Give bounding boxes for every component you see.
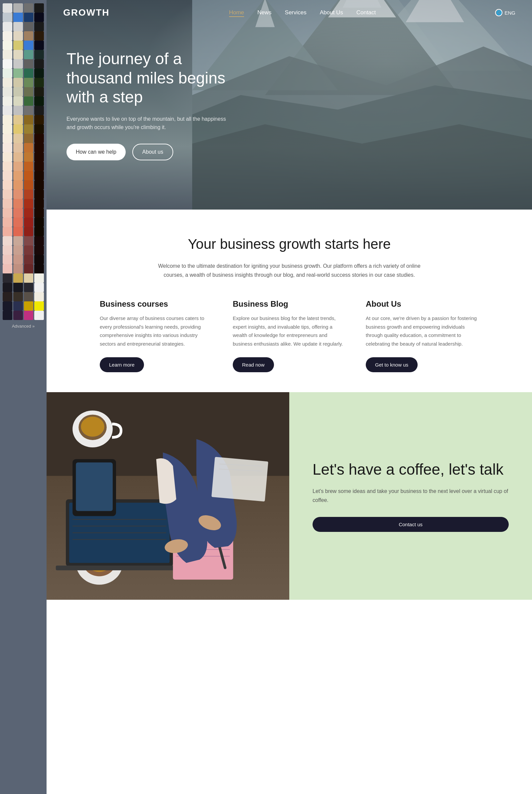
color-swatch[interactable]	[34, 292, 44, 301]
color-swatch[interactable]	[24, 3, 34, 13]
color-swatch[interactable]	[24, 50, 34, 59]
color-swatch[interactable]	[13, 245, 23, 255]
color-swatch[interactable]	[3, 292, 12, 301]
palette-row-21[interactable]	[3, 199, 44, 208]
color-swatch[interactable]	[24, 134, 34, 143]
card-button-2[interactable]: Get to know us	[366, 357, 418, 372]
contact-us-button[interactable]: Contact us	[312, 517, 509, 532]
color-swatch[interactable]	[13, 171, 23, 180]
palette-row-25[interactable]	[3, 236, 44, 245]
color-swatch[interactable]	[3, 50, 12, 59]
color-swatch[interactable]	[34, 87, 44, 96]
color-swatch[interactable]	[13, 41, 23, 50]
color-swatch[interactable]	[24, 162, 34, 171]
color-swatch[interactable]	[3, 236, 12, 245]
color-swatch[interactable]	[34, 69, 44, 78]
color-swatch[interactable]	[3, 96, 12, 106]
color-swatch[interactable]	[3, 143, 12, 152]
color-swatch[interactable]	[13, 143, 23, 152]
palette-row-2[interactable]	[3, 22, 44, 31]
color-swatch[interactable]	[3, 273, 12, 283]
color-swatch[interactable]	[24, 311, 34, 320]
palette-row-32[interactable]	[3, 301, 44, 311]
color-swatch[interactable]	[34, 106, 44, 115]
color-swatch[interactable]	[3, 171, 12, 180]
palette-row-0[interactable]	[3, 3, 44, 13]
color-swatch[interactable]	[13, 255, 23, 264]
color-swatch[interactable]	[24, 273, 34, 283]
color-swatch[interactable]	[34, 283, 44, 292]
color-swatch[interactable]	[13, 96, 23, 106]
color-swatch[interactable]	[34, 171, 44, 180]
color-swatch[interactable]	[13, 190, 23, 199]
palette-row-1[interactable]	[3, 13, 44, 22]
color-swatch[interactable]	[24, 208, 34, 218]
palette-row-15[interactable]	[3, 143, 44, 152]
palette-row-26[interactable]	[3, 245, 44, 255]
palette-row-3[interactable]	[3, 31, 44, 41]
color-swatch[interactable]	[34, 78, 44, 87]
color-swatch[interactable]	[24, 218, 34, 227]
color-swatch[interactable]	[3, 69, 12, 78]
palette-row-4[interactable]	[3, 41, 44, 50]
color-swatch[interactable]	[24, 171, 34, 180]
color-swatch[interactable]	[34, 115, 44, 125]
color-swatch[interactable]	[3, 180, 12, 190]
color-swatch[interactable]	[24, 31, 34, 41]
color-swatch[interactable]	[13, 180, 23, 190]
color-swatch[interactable]	[24, 227, 34, 236]
palette-row-10[interactable]	[3, 96, 44, 106]
palette-row-23[interactable]	[3, 218, 44, 227]
color-swatch[interactable]	[34, 41, 44, 50]
color-swatch[interactable]	[24, 301, 34, 311]
color-swatch[interactable]	[3, 283, 12, 292]
color-swatch[interactable]	[3, 255, 12, 264]
color-swatch[interactable]	[24, 236, 34, 245]
color-swatch[interactable]	[3, 3, 12, 13]
color-swatch[interactable]	[13, 13, 23, 22]
color-swatch[interactable]	[13, 292, 23, 301]
color-swatch[interactable]	[24, 69, 34, 78]
color-swatch[interactable]	[3, 152, 12, 162]
color-swatch[interactable]	[24, 283, 34, 292]
color-swatch[interactable]	[3, 78, 12, 87]
about-us-hero-button[interactable]: About us	[132, 144, 173, 160]
color-swatch[interactable]	[34, 59, 44, 69]
palette-row-18[interactable]	[3, 171, 44, 180]
color-swatch[interactable]	[3, 41, 12, 50]
color-swatch[interactable]	[34, 255, 44, 264]
color-swatch[interactable]	[34, 273, 44, 283]
color-swatch[interactable]	[13, 22, 23, 31]
color-swatch[interactable]	[34, 311, 44, 320]
palette-row-17[interactable]	[3, 162, 44, 171]
language-selector[interactable]: 🌐 ENG	[495, 9, 515, 16]
palette-row-7[interactable]	[3, 69, 44, 78]
color-swatch[interactable]	[3, 218, 12, 227]
nav-link-services[interactable]: Services	[285, 9, 307, 16]
palette-row-12[interactable]	[3, 115, 44, 125]
color-swatch[interactable]	[24, 199, 34, 208]
color-swatch[interactable]	[13, 227, 23, 236]
color-swatch[interactable]	[13, 301, 23, 311]
palette-row-5[interactable]	[3, 50, 44, 59]
color-swatch[interactable]	[24, 59, 34, 69]
color-swatch[interactable]	[34, 143, 44, 152]
card-button-1[interactable]: Read now	[233, 357, 274, 372]
color-swatch[interactable]	[3, 13, 12, 22]
color-swatch[interactable]	[13, 115, 23, 125]
color-swatch[interactable]	[34, 13, 44, 22]
color-swatch[interactable]	[13, 134, 23, 143]
color-swatch[interactable]	[13, 283, 23, 292]
color-swatch[interactable]	[3, 208, 12, 218]
color-swatch[interactable]	[3, 134, 12, 143]
color-swatch[interactable]	[24, 115, 34, 125]
color-swatch[interactable]	[13, 31, 23, 41]
color-swatch[interactable]	[34, 190, 44, 199]
color-swatch[interactable]	[24, 106, 34, 115]
color-swatch[interactable]	[34, 236, 44, 245]
color-swatch[interactable]	[3, 190, 12, 199]
nav-link-news[interactable]: News	[258, 9, 272, 16]
color-swatch[interactable]	[3, 31, 12, 41]
color-swatch[interactable]	[24, 87, 34, 96]
color-swatch[interactable]	[24, 152, 34, 162]
